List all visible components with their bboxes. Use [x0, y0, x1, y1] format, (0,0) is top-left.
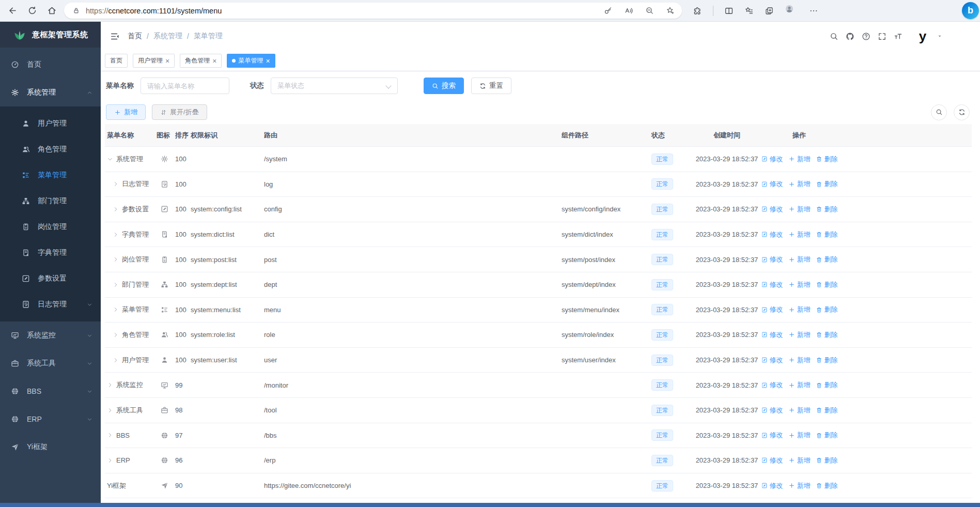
delete-link[interactable]: 删除	[816, 255, 838, 264]
add-link[interactable]: 新增	[788, 406, 811, 415]
read-aloud-icon[interactable]	[625, 6, 633, 15]
sidebar-item-log[interactable]: 日志管理	[0, 291, 101, 317]
add-link[interactable]: 新增	[788, 280, 811, 289]
sidebar-item-yi[interactable]: Yi框架	[0, 433, 101, 461]
star-plus-icon[interactable]	[666, 6, 675, 15]
tree-toggle-icon[interactable]	[113, 282, 119, 288]
reload-icon[interactable]	[27, 6, 37, 16]
font-size-icon[interactable]	[894, 32, 903, 41]
add-link[interactable]: 新增	[788, 380, 811, 390]
delete-link[interactable]: 删除	[816, 380, 838, 390]
delete-link[interactable]: 删除	[816, 431, 838, 440]
back-icon[interactable]	[8, 6, 18, 16]
edit-link[interactable]: 修改	[762, 230, 783, 239]
fullscreen-icon[interactable]	[878, 32, 886, 41]
delete-link[interactable]: 删除	[816, 280, 838, 289]
delete-link[interactable]: 删除	[816, 179, 838, 189]
close-icon[interactable]: ×	[266, 57, 270, 65]
search-circle-button[interactable]	[931, 104, 947, 120]
bing-chat-icon[interactable]: b	[962, 2, 979, 19]
edit-link[interactable]: 修改	[762, 481, 783, 490]
add-link[interactable]: 新增	[788, 456, 811, 465]
copy-icon[interactable]	[765, 6, 774, 16]
tree-toggle-icon[interactable]	[107, 156, 113, 162]
zoom-out-icon[interactable]	[645, 6, 654, 15]
sidebar-item-menu[interactable]: 菜单管理	[0, 162, 101, 188]
status-select[interactable]: 菜单状态	[271, 78, 398, 94]
add-button[interactable]: 新增	[106, 104, 146, 120]
sidebar-item-bbs[interactable]: BBS	[0, 377, 101, 405]
edit-link[interactable]: 修改	[762, 356, 783, 365]
question-icon[interactable]	[862, 32, 870, 41]
tree-toggle-icon[interactable]	[107, 457, 113, 464]
github-icon[interactable]	[846, 32, 854, 41]
add-link[interactable]: 新增	[788, 255, 811, 264]
sidebar-item-home[interactable]: 首页	[0, 51, 101, 79]
edit-link[interactable]: 修改	[762, 330, 783, 340]
sidebar-item-user[interactable]: 用户管理	[0, 111, 101, 136]
delete-link[interactable]: 删除	[816, 155, 838, 164]
sidebar-item-monitor[interactable]: 系统监控	[0, 321, 101, 349]
edit-link[interactable]: 修改	[762, 179, 783, 189]
edit-link[interactable]: 修改	[762, 456, 783, 465]
refresh-circle-button[interactable]	[954, 104, 970, 120]
tree-toggle-icon[interactable]	[107, 382, 113, 388]
tab-角色管理[interactable]: 角色管理×	[180, 54, 222, 68]
sidebar-item-system[interactable]: 系统管理	[0, 79, 101, 106]
tree-toggle-icon[interactable]	[113, 357, 119, 363]
delete-link[interactable]: 删除	[816, 406, 838, 415]
tree-toggle-icon[interactable]	[107, 432, 113, 438]
split-screen-icon[interactable]	[724, 6, 734, 16]
tree-toggle-icon[interactable]	[113, 332, 119, 338]
tree-toggle-icon[interactable]	[113, 232, 119, 238]
delete-link[interactable]: 删除	[816, 205, 838, 214]
expand-collapse-button[interactable]: 展开/折叠	[152, 104, 207, 120]
delete-link[interactable]: 删除	[816, 305, 838, 314]
tree-toggle-icon[interactable]	[113, 206, 119, 212]
sidebar-item-config[interactable]: 参数设置	[0, 266, 101, 291]
edit-link[interactable]: 修改	[762, 255, 783, 264]
add-link[interactable]: 新增	[788, 230, 811, 239]
tree-toggle-icon[interactable]	[113, 306, 119, 313]
add-link[interactable]: 新增	[788, 481, 811, 490]
close-icon[interactable]: ×	[212, 57, 216, 65]
tree-toggle-icon[interactable]	[107, 407, 113, 413]
edit-link[interactable]: 修改	[762, 380, 783, 390]
delete-link[interactable]: 删除	[816, 356, 838, 365]
delete-link[interactable]: 删除	[816, 456, 838, 465]
delete-link[interactable]: 删除	[816, 230, 838, 239]
extensions-icon[interactable]	[693, 6, 702, 16]
search-icon[interactable]	[830, 32, 838, 41]
add-link[interactable]: 新增	[788, 330, 811, 340]
tab-首页[interactable]: 首页	[105, 54, 128, 68]
search-button[interactable]: 搜索	[424, 78, 464, 94]
collections-icon[interactable]	[744, 6, 754, 16]
edit-link[interactable]: 修改	[762, 155, 783, 164]
edit-link[interactable]: 修改	[762, 406, 783, 415]
edit-link[interactable]: 修改	[762, 205, 783, 214]
hamburger-icon[interactable]	[110, 32, 120, 41]
edit-link[interactable]: 修改	[762, 431, 783, 440]
add-link[interactable]: 新增	[788, 356, 811, 365]
tab-菜单管理[interactable]: 菜单管理×	[227, 54, 275, 68]
tree-toggle-icon[interactable]	[113, 181, 119, 187]
edit-link[interactable]: 修改	[762, 280, 783, 289]
add-link[interactable]: 新增	[788, 431, 811, 440]
add-link[interactable]: 新增	[788, 205, 811, 214]
sidebar-item-erp[interactable]: ERP	[0, 405, 101, 433]
address-bar[interactable]: https://ccnetcore.com:1101/system/menu	[64, 3, 682, 19]
profile-icon[interactable]	[785, 4, 798, 18]
delete-link[interactable]: 删除	[816, 481, 838, 490]
sidebar-item-role[interactable]: 角色管理	[0, 136, 101, 162]
tree-toggle-icon[interactable]	[113, 256, 119, 263]
url-text[interactable]: https://ccnetcore.com:1101/system/menu	[86, 7, 222, 15]
tab-用户管理[interactable]: 用户管理×	[133, 54, 175, 68]
more-icon[interactable]	[809, 6, 818, 16]
caret-down-icon[interactable]	[937, 33, 943, 39]
sidebar-item-tool[interactable]: 系统工具	[0, 349, 101, 377]
menu-name-input[interactable]	[141, 78, 229, 94]
key-icon[interactable]	[604, 6, 613, 15]
avatar[interactable]: y	[915, 28, 930, 44]
home-icon[interactable]	[47, 6, 57, 16]
breadcrumb-item[interactable]: 首页	[128, 32, 142, 41]
